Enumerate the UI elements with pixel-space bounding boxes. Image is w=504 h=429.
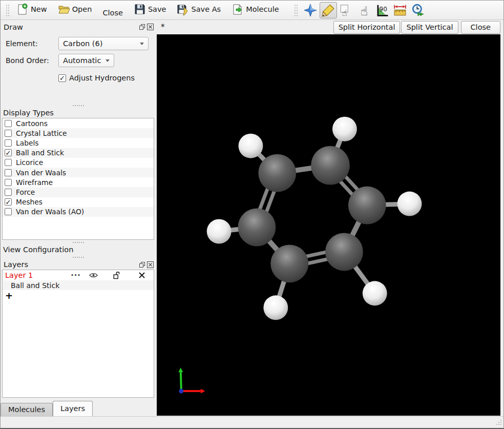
- display-type-row-labels[interactable]: Labels: [3, 138, 154, 148]
- display-type-row-meshes[interactable]: ✓Meshes: [3, 197, 154, 207]
- split-horizontal-button[interactable]: Split Horizontal: [333, 21, 401, 34]
- manipulate-tool-button[interactable]: ☝: [355, 2, 373, 18]
- atom-h[interactable]: [397, 192, 422, 216]
- display-type-checkbox[interactable]: [5, 208, 12, 215]
- display-type-checkbox[interactable]: [5, 169, 12, 176]
- dock-splitter-handle[interactable]: [1, 255, 156, 259]
- adjust-hydrogens-checkbox[interactable]: ✓: [58, 74, 66, 82]
- layers-dock-title: Layers: [4, 260, 28, 269]
- float-dock-icon[interactable]: [139, 261, 145, 268]
- toolbar-drag-handle[interactable]: [6, 4, 9, 16]
- bond-order-select-value: Automatic: [63, 56, 101, 65]
- open-button[interactable]: Open: [55, 2, 95, 17]
- chevron-down-icon: [140, 43, 144, 45]
- selection-tool-button[interactable]: ☝: [338, 2, 355, 18]
- axes-indicator: [178, 367, 205, 393]
- molecule-button[interactable]: Molecule: [228, 2, 282, 17]
- atoms-layer: [207, 117, 422, 320]
- display-type-row-van-der-waals-ao-[interactable]: Van der Waals (AO): [3, 207, 154, 217]
- atom-c[interactable]: [258, 154, 296, 192]
- atom-h[interactable]: [363, 281, 387, 305]
- close-button[interactable]: Close: [99, 7, 126, 18]
- display-type-label: Labels: [16, 139, 38, 147]
- bond-centric-tool-button[interactable]: 90: [373, 2, 391, 18]
- status-bar: [1, 416, 503, 428]
- atom-h[interactable]: [239, 134, 263, 158]
- element-select-value: Carbon (6): [63, 39, 102, 48]
- unlock-icon[interactable]: [102, 272, 130, 279]
- molecule-scene: [157, 34, 500, 416]
- atom-c[interactable]: [238, 209, 276, 247]
- element-select[interactable]: Carbon (6): [58, 37, 149, 50]
- tool-toolbar-drag-handle[interactable]: [294, 4, 298, 16]
- display-type-checkbox[interactable]: [5, 159, 12, 166]
- application-window: NewOpenCloseSaveSave AsMolecule ☝☝90 Dra…: [0, 0, 504, 429]
- atom-h[interactable]: [332, 117, 357, 141]
- display-type-checkbox[interactable]: [5, 189, 12, 196]
- draw-dock-header: Draw: [1, 21, 156, 33]
- save-as-button[interactable]: Save As: [174, 2, 224, 17]
- display-type-row-cartoons[interactable]: Cartoons: [3, 118, 154, 128]
- new-button[interactable]: New: [13, 2, 50, 17]
- navigate-tool-button[interactable]: [302, 2, 319, 18]
- viewport-header: * Split HorizontalSplit VerticalClose: [156, 20, 503, 34]
- atom-h[interactable]: [207, 219, 232, 244]
- eye-icon[interactable]: [84, 272, 102, 278]
- display-type-row-van-der-waals[interactable]: Van der Waals: [3, 168, 154, 177]
- axis-y-arrow: [178, 367, 183, 391]
- layer-row[interactable]: Layer 1···: [3, 270, 154, 280]
- save-button-label: Save: [148, 5, 166, 13]
- display-type-label: Crystal Lattice: [16, 129, 67, 137]
- display-type-checkbox[interactable]: [5, 179, 12, 186]
- layer-detail: Ball and Stick: [3, 280, 154, 290]
- atom-h[interactable]: [263, 295, 288, 320]
- display-type-row-ball-and-stick[interactable]: ✓Ball and Stick: [3, 148, 154, 158]
- close-button-label: Close: [102, 9, 123, 17]
- close-dock-icon[interactable]: [147, 261, 154, 268]
- tab-layers[interactable]: Layers: [53, 401, 93, 416]
- viewport-header-buttons: Split HorizontalSplit VerticalClose: [332, 21, 500, 34]
- save-floppy-icon: [134, 3, 146, 15]
- draw-tool-button[interactable]: [320, 2, 337, 18]
- dock-splitter-handle[interactable]: [1, 240, 156, 244]
- dock-bottom-tabbar: MoleculesLayers: [1, 400, 156, 416]
- autorotate-tool-button[interactable]: [409, 2, 427, 18]
- main-toolbar: NewOpenCloseSaveSave AsMolecule ☝☝90: [1, 1, 503, 20]
- display-type-checkbox[interactable]: [5, 120, 12, 127]
- layers-dock-header: Layers: [1, 259, 156, 270]
- display-type-row-licorice[interactable]: Licorice: [3, 158, 154, 168]
- display-type-checkbox[interactable]: [5, 139, 12, 147]
- atom-c[interactable]: [311, 146, 350, 185]
- layer-menu-button[interactable]: ···: [68, 271, 84, 279]
- save-button[interactable]: Save: [131, 2, 170, 17]
- bond-order-select[interactable]: Automatic: [58, 54, 114, 67]
- display-types-list: CartoonsCrystal LatticeLabels✓Ball and S…: [2, 118, 154, 240]
- display-type-row-crystal-lattice[interactable]: Crystal Lattice: [3, 128, 154, 138]
- main-area: Draw Element: Carbon (6) Bond Order: Aut…: [1, 20, 503, 416]
- display-type-row-force[interactable]: Force: [3, 187, 154, 197]
- resize-grip-icon[interactable]: [496, 419, 502, 425]
- gl-viewport[interactable]: [157, 34, 500, 416]
- remove-layer-icon[interactable]: [138, 272, 145, 279]
- display-type-checkbox[interactable]: ✓: [5, 198, 12, 206]
- tab-molecules[interactable]: Molecules: [1, 403, 53, 416]
- atom-c[interactable]: [270, 244, 308, 282]
- display-type-label: Licorice: [16, 158, 43, 167]
- axis-z-dot: [179, 389, 183, 394]
- axis-x-arrow: [181, 389, 205, 394]
- display-type-row-wireframe[interactable]: Wireframe: [3, 177, 154, 187]
- add-layer-button[interactable]: +: [3, 290, 154, 300]
- float-dock-icon[interactable]: [139, 24, 145, 30]
- close-dock-icon[interactable]: [147, 24, 154, 30]
- atom-c[interactable]: [348, 187, 386, 224]
- view-configuration-title: View Configuration: [1, 244, 156, 255]
- display-type-checkbox[interactable]: [5, 130, 12, 137]
- close-button[interactable]: Close: [461, 21, 501, 34]
- new-button-label: New: [31, 5, 47, 13]
- dock-splitter-handle[interactable]: [1, 103, 156, 108]
- display-type-checkbox[interactable]: ✓: [5, 149, 12, 156]
- display-type-label: Van der Waals: [16, 169, 66, 177]
- atom-c[interactable]: [325, 233, 363, 271]
- measure-tool-button[interactable]: [391, 2, 409, 18]
- split-vertical-button[interactable]: Split Vertical: [401, 21, 458, 34]
